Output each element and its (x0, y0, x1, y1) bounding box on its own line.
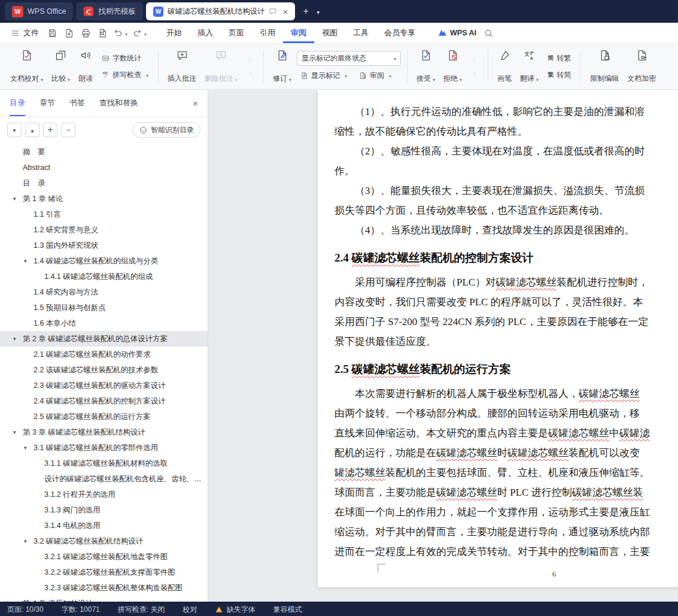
toc-item[interactable]: ▾第 3 章 碳罐滤芯螺丝装配机结构设计 (0, 424, 208, 440)
toc-item[interactable]: 3.1.2 行程开关的选用 (0, 487, 208, 502)
tab-document-active[interactable]: W 碳罐滤芯螺丝装配机结构设计 (146, 2, 295, 20)
compare-button[interactable]: 比较 (47, 47, 74, 86)
toc-item[interactable]: Abstract (0, 160, 208, 175)
toc-collapse-all-button[interactable] (25, 123, 39, 137)
toc-item[interactable]: 1.4.1 碳罐滤芯螺丝装配机的组成 (0, 269, 208, 284)
save-button[interactable] (44, 25, 60, 41)
track-changes-button[interactable]: 修订 (269, 47, 296, 86)
toc-collapse-level-button[interactable] (61, 123, 75, 137)
reject-change-button[interactable]: 拒绝 (439, 47, 466, 86)
menu-tab-页面[interactable]: 页面 (221, 23, 252, 43)
sidebar-tab-书签[interactable]: 书签 (69, 90, 85, 116)
toc-expand-arrow-icon[interactable]: ▾ (24, 445, 34, 451)
translate-button[interactable]: 文A 翻译 (516, 47, 543, 86)
toc-item[interactable]: ▾3.1 碳罐滤芯螺丝装配机的零部件选用 (0, 440, 208, 456)
wps-ai-button[interactable]: WPS AI (434, 28, 480, 38)
doc-proofread-button[interactable]: 文档校对 (6, 47, 47, 86)
sidebar-tab-目录[interactable]: 目录 (10, 90, 25, 116)
document-area[interactable]: （1）、执行元件运动的准确性低，影响它的主要是油的泄漏和溶缩性，故不能确保它的传… (208, 90, 678, 602)
show-markup-button[interactable]: 显示标记 (297, 69, 351, 83)
toc-item[interactable]: 2.5 碳罐滤芯螺丝装配机的运行方案 (0, 409, 208, 424)
toc-expand-level-button[interactable] (43, 123, 57, 137)
toc-item[interactable]: 3.2.1 碳罐滤芯螺丝装配机地盘零件图 (0, 549, 208, 565)
redo-button[interactable] (130, 25, 148, 41)
status-word-count[interactable]: 字数: 10071 (62, 605, 100, 615)
restrict-editing-button[interactable]: 限制编辑 (586, 47, 623, 86)
toc-expand-arrow-icon[interactable]: ▾ (13, 196, 23, 202)
tab-comment-bubble-icon[interactable] (269, 7, 277, 16)
insert-comment-button[interactable]: 插入批注 (163, 47, 200, 86)
close-sidebar-icon[interactable] (193, 98, 198, 108)
toc-expand-arrow-icon[interactable]: ▾ (24, 258, 34, 264)
menu-tab-工具[interactable]: 工具 (345, 23, 376, 43)
review-mode-button[interactable]: 审阅 (355, 69, 395, 83)
toc-item[interactable]: 2.4 碳罐滤芯螺丝装配机的控制方案设计 (0, 393, 208, 409)
export-pdf-button[interactable] (61, 25, 77, 41)
tab-docer-templates[interactable]: 找稻壳模板 (76, 2, 143, 20)
toc-item[interactable]: 3.1.3 阀门的选用 (0, 502, 208, 518)
read-aloud-button[interactable]: 朗读 (74, 47, 97, 86)
toc-item[interactable]: 3.1.4 电机的选用 (0, 518, 208, 533)
new-tab-button[interactable] (298, 4, 314, 19)
toc-item[interactable]: ▾第 2 章 碳罐滤芯螺丝装配机的总体设计方案 (0, 331, 208, 347)
toc-item[interactable]: ▾第 4 章 液压缸的设计 (0, 596, 208, 602)
accept-change-button[interactable]: 接受 (412, 47, 439, 86)
to-traditional-button[interactable]: 简 转繁 (544, 51, 574, 65)
toc-item[interactable]: 3.2.2 碳罐滤芯螺丝装配机支撑面零件图 (0, 565, 208, 580)
next-change-button[interactable] (467, 68, 482, 80)
toc-item[interactable]: ▾3.2 碳罐滤芯螺丝装配机结构设计 (0, 533, 208, 549)
toc-item[interactable]: 2.3 碳罐滤芯螺丝装配机的驱动方案设计 (0, 378, 208, 393)
toc-item[interactable]: 1.2 研究背景与意义 (0, 222, 208, 238)
toc-item[interactable]: 2.2 该碳罐滤芯螺丝装配机的技术参数 (0, 362, 208, 378)
word-count-button[interactable]: 123 字数统计 (98, 51, 152, 65)
toc-item[interactable]: 3.2.3 碳罐滤芯螺丝装配机整体构造装配图 (0, 580, 208, 596)
sidebar-tab-查找和替换[interactable]: 查找和替换 (99, 90, 138, 116)
status-page-indicator[interactable]: 页面: 10/30 (7, 605, 44, 615)
toc-expand-all-button[interactable] (7, 123, 22, 137)
document-content[interactable]: （1）、执行元件运动的准确性低，影响它的主要是油的泄漏和溶缩性，故不能确保它的传… (335, 102, 678, 562)
tab-wps-office[interactable]: W WPS Office (5, 2, 73, 20)
search-button[interactable] (481, 25, 496, 41)
toc-item[interactable]: 3.1.1 碳罐滤芯螺丝装配机材料的选取 (0, 456, 208, 471)
status-spellcheck[interactable]: 拼写检查: 关闭 (118, 605, 165, 615)
menu-tab-会员专享[interactable]: 会员专享 (376, 23, 423, 43)
toc-item[interactable]: ▾第 1 章 绪论 (0, 191, 208, 207)
encrypt-doc-button[interactable]: 文档加密 (623, 47, 660, 86)
toc-item[interactable]: 目 录 (0, 175, 208, 191)
toc-expand-arrow-icon[interactable]: ▾ (13, 429, 23, 435)
document-page[interactable]: （1）、执行元件运动的准确性低，影响它的主要是油的泄漏和溶缩性，故不能确保它的传… (318, 90, 678, 587)
menu-tab-开始[interactable]: 开始 (159, 23, 190, 43)
next-comment-button[interactable] (243, 68, 257, 80)
redo-dropdown-icon[interactable] (142, 28, 147, 38)
toc-expand-arrow-icon[interactable]: ▾ (24, 538, 34, 544)
status-proofread[interactable]: 校对 (183, 605, 197, 615)
undo-dropdown-icon[interactable] (123, 28, 127, 38)
menu-tab-引用[interactable]: 引用 (252, 23, 283, 43)
toc-item[interactable]: 2.1 碳罐滤芯螺丝装配机的动作要求 (0, 347, 208, 362)
undo-button[interactable] (111, 25, 129, 41)
prev-change-button[interactable] (467, 53, 482, 65)
status-compat-mode[interactable]: 兼容模式 (273, 605, 302, 615)
toc-item[interactable]: 设计的碳罐滤芯螺丝装配机包含机座、齿轮、… (0, 471, 208, 487)
toc-item[interactable]: 1.3 国内外研究现状 (0, 238, 208, 253)
menu-tab-视图[interactable]: 视图 (314, 23, 345, 43)
to-simplified-button[interactable]: 繁 转简 (544, 68, 574, 82)
sidebar-tab-章节[interactable]: 章节 (39, 90, 55, 116)
menu-tab-插入[interactable]: 插入 (190, 23, 221, 43)
delete-comment-button[interactable]: 删除批注 (200, 47, 242, 86)
prev-comment-button[interactable] (243, 53, 257, 65)
ink-brush-button[interactable]: 画笔 (493, 47, 516, 86)
file-menu-button[interactable]: 文件 (6, 23, 44, 43)
markup-state-select[interactable]: 显示标记的最终状态 (297, 51, 401, 66)
status-missing-font[interactable]: 缺失字体 (215, 605, 255, 615)
toc-expand-arrow-icon[interactable]: ▾ (13, 336, 23, 342)
close-tab-icon[interactable] (282, 7, 288, 17)
smart-toc-button[interactable]: 智能识别目录 (132, 122, 200, 138)
toc-item[interactable]: ▾1.4 碳罐滤芯螺丝装配机的组成与分类 (0, 253, 208, 269)
toc-item[interactable]: 1.1 引言 (0, 207, 208, 222)
spell-check-button[interactable]: ABC 拼写检查 (98, 68, 152, 82)
toc-item[interactable]: 摘 要 (0, 144, 208, 160)
toc-item[interactable]: 1.6 本章小结 (0, 315, 208, 331)
print-preview-button[interactable] (95, 25, 110, 41)
print-button[interactable] (78, 25, 93, 41)
